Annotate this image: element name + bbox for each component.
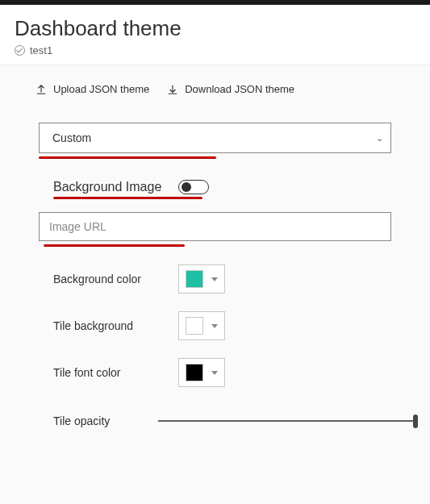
tile-font-color-label: Tile font color (53, 366, 178, 379)
chevron-down-icon (211, 324, 218, 328)
page-title: Dashboard theme (15, 16, 415, 41)
slider-track (158, 420, 415, 422)
background-color-row: Background color (53, 264, 377, 294)
tile-font-color-picker[interactable] (178, 358, 225, 387)
content: Upload JSON theme Download JSON theme Cu… (0, 65, 430, 427)
check-circle-icon (15, 45, 25, 56)
download-icon (167, 84, 178, 95)
tile-background-row: Tile background (53, 311, 377, 340)
chevron-down-icon (211, 277, 218, 281)
slider-thumb (413, 414, 418, 428)
background-color-swatch (186, 270, 203, 288)
background-color-label: Background color (53, 273, 178, 285)
tile-opacity-label: Tile opacity (53, 414, 158, 427)
applied-theme-row: test1 (15, 44, 415, 56)
annotation-underline (39, 156, 216, 159)
tile-background-swatch (186, 317, 203, 335)
tile-opacity-slider[interactable] (158, 420, 415, 422)
background-image-row: Background Image (53, 180, 377, 194)
header: Dashboard theme test1 (0, 5, 430, 65)
download-json-label: Download JSON theme (185, 83, 294, 95)
background-color-picker[interactable] (178, 264, 225, 294)
theme-select-wrap: Custom ⌄ (39, 123, 391, 153)
upload-json-button[interactable]: Upload JSON theme (35, 83, 149, 95)
tile-font-color-swatch (186, 364, 203, 381)
image-url-row (39, 212, 391, 241)
json-actions: Upload JSON theme Download JSON theme (35, 83, 415, 95)
applied-theme-name: test1 (30, 44, 52, 56)
upload-json-label: Upload JSON theme (53, 83, 149, 95)
tile-background-picker[interactable] (178, 311, 225, 340)
annotation-underline (44, 244, 185, 247)
download-json-button[interactable]: Download JSON theme (167, 83, 294, 95)
upload-icon (35, 84, 47, 95)
image-url-input[interactable] (39, 212, 391, 241)
background-image-label: Background Image (53, 180, 178, 194)
tile-font-color-row: Tile font color (53, 358, 377, 387)
annotation-underline (53, 197, 202, 199)
theme-select[interactable]: Custom (39, 123, 391, 153)
tile-opacity-row: Tile opacity (53, 414, 415, 427)
background-image-toggle[interactable] (178, 180, 209, 194)
chevron-down-icon (211, 371, 218, 375)
tile-background-label: Tile background (53, 319, 178, 332)
